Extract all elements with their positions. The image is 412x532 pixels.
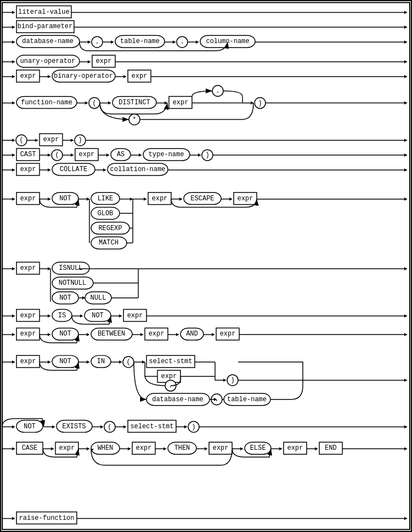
expr-in2: expr — [161, 373, 177, 380]
cast-label: CAST — [20, 151, 36, 158]
close-paren-in: ) — [231, 376, 234, 384]
not-between: NOT — [60, 330, 71, 338]
close-paren-exists: ) — [192, 423, 196, 431]
svg-marker-201 — [87, 360, 89, 364]
dot2-r3: . — [180, 38, 184, 46]
type-name-label: type-name — [148, 151, 184, 158]
svg-marker-88 — [71, 153, 73, 157]
svg-marker-77 — [71, 139, 73, 142]
svg-marker-100 — [404, 153, 407, 157]
svg-marker-231 — [52, 425, 55, 428]
svg-marker-138 — [229, 198, 232, 201]
svg-marker-234 — [100, 425, 103, 428]
end-label: END — [325, 444, 336, 452]
expr-case4: expr — [287, 444, 303, 452]
expr-is1: expr — [20, 312, 36, 320]
svg-marker-14 — [12, 40, 15, 44]
expr-between3: expr — [220, 330, 236, 338]
svg-marker-68 — [404, 102, 407, 105]
dot1-r3: . — [95, 38, 99, 46]
svg-marker-143 — [12, 267, 15, 270]
svg-marker-74 — [35, 139, 38, 142]
svg-marker-132 — [144, 198, 147, 201]
svg-marker-187 — [176, 333, 179, 336]
svg-marker-113 — [12, 198, 15, 201]
expr-like2: expr — [152, 195, 168, 203]
svg-marker-37 — [404, 60, 407, 63]
expr-unary: expr — [96, 57, 112, 65]
svg-marker-243 — [404, 425, 407, 428]
svg-marker-135 — [179, 198, 182, 201]
raise-function-label: raise-function — [19, 514, 74, 522]
svg-marker-245 — [12, 447, 15, 450]
svg-marker-178 — [48, 333, 51, 336]
svg-marker-116 — [48, 198, 51, 201]
null-label: NULL — [90, 294, 106, 302]
select-stmt-in: select-stmt — [149, 358, 192, 365]
svg-marker-228 — [12, 425, 15, 428]
svg-marker-42 — [48, 75, 51, 78]
svg-marker-4 — [12, 10, 15, 14]
svg-marker-248 — [51, 447, 54, 450]
literal-value-label: literal-value — [18, 8, 69, 16]
else-label: ELSE — [250, 444, 266, 452]
svg-marker-167 — [80, 315, 83, 318]
svg-marker-31 — [12, 60, 15, 63]
expr-collate: expr — [20, 166, 36, 173]
svg-marker-184 — [141, 333, 143, 336]
not-is: NOT — [92, 312, 103, 320]
svg-marker-39 — [12, 75, 15, 78]
svg-marker-198 — [48, 360, 51, 364]
expr-bin2: expr — [131, 72, 147, 80]
open-paren-in: ( — [126, 358, 130, 366]
star-fn: * — [132, 116, 136, 124]
close-paren-fn: ) — [258, 99, 262, 107]
svg-marker-17 — [88, 40, 90, 44]
svg-marker-195 — [12, 360, 15, 364]
svg-marker-251 — [87, 447, 89, 450]
svg-marker-272 — [404, 447, 407, 450]
svg-marker-159 — [404, 267, 407, 270]
svg-marker-29 — [404, 40, 407, 44]
svg-marker-119 — [87, 198, 89, 201]
match-label: MATCH — [99, 239, 119, 247]
column-name-label-r3: column-name — [206, 38, 249, 45]
close-paren-r7: ) — [78, 136, 82, 144]
svg-marker-204 — [119, 360, 122, 364]
svg-marker-218 — [404, 379, 407, 382]
svg-marker-260 — [205, 447, 207, 450]
expr-r7: expr — [43, 136, 59, 143]
between-label: BETWEEN — [98, 330, 125, 338]
distinct-label: DISTINCT — [119, 99, 150, 107]
escape-label: ESCAPE — [191, 195, 215, 203]
isnull-label: ISNULL — [59, 264, 83, 272]
expr-like1: expr — [20, 195, 36, 203]
in-label: IN — [97, 358, 105, 365]
close-paren-cast: ) — [205, 151, 209, 159]
svg-marker-237 — [124, 425, 126, 428]
svg-marker-190 — [212, 333, 215, 336]
svg-marker-170 — [119, 315, 122, 318]
collation-name-label: collation-name — [110, 166, 165, 173]
dot-fn: . — [216, 87, 220, 95]
svg-marker-155 — [82, 296, 85, 300]
collate-label: COLLATE — [60, 166, 87, 173]
database-name-label-r3: database-name — [22, 38, 73, 45]
svg-marker-164 — [48, 315, 51, 318]
svg-marker-102 — [12, 168, 15, 172]
not-exists: NOT — [24, 423, 35, 430]
is-label: IS — [58, 312, 66, 320]
svg-marker-141 — [404, 198, 407, 201]
svg-marker-97 — [198, 153, 201, 157]
table-name-label-r3: table-name — [120, 38, 160, 45]
binary-operator-label: binary-operator — [54, 72, 113, 80]
svg-marker-56 — [108, 102, 111, 105]
open-paren-fn: ( — [93, 99, 97, 107]
unary-operator-label: unary-operator — [20, 57, 75, 65]
svg-marker-85 — [48, 153, 51, 157]
database-name-in: database-name — [152, 396, 204, 403]
case-label: CASE — [22, 444, 38, 452]
svg-marker-269 — [315, 447, 318, 450]
like-label: LIKE — [98, 195, 114, 203]
svg-marker-82 — [12, 153, 15, 157]
